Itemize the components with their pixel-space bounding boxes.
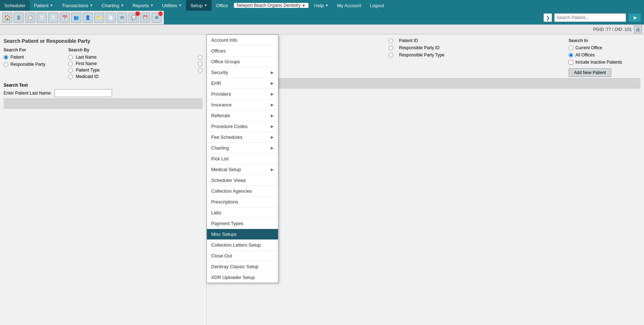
tooth-icon[interactable]: 🦷	[37, 13, 47, 23]
tooth2-icon[interactable]: 🦷	[48, 13, 58, 23]
nav-transactions-arrow: ▼	[90, 4, 93, 7]
search-text-label: Search Text	[4, 83, 203, 88]
medicaid-id-label: Medicaid ID	[76, 74, 195, 79]
people-icon[interactable]: 👥	[71, 13, 81, 23]
menu-ehr[interactable]: EHR ▶	[207, 78, 278, 89]
nav-utilities-arrow: ▼	[179, 4, 182, 7]
pgid-text: PGID :77 / OID :101	[593, 27, 632, 32]
all-offices-label: All Offices	[575, 52, 595, 58]
menu-office-groups[interactable]: Office Groups	[207, 56, 278, 67]
menu-offices[interactable]: Offices	[207, 46, 278, 56]
menu-security[interactable]: Security ▶	[207, 67, 278, 78]
patient-last-name-input[interactable]	[55, 89, 112, 97]
nav-my-account[interactable]: My Account	[333, 0, 365, 11]
folder-icon[interactable]: 📁	[94, 13, 104, 23]
menu-fee-schedules[interactable]: Fee Schedules ▶	[207, 132, 278, 143]
radio-work-phone[interactable]	[198, 68, 203, 73]
radio-responsible-party-label: Responsible Party	[10, 62, 45, 67]
calendar-icon[interactable]: 📅	[60, 13, 70, 23]
menu-account-info[interactable]: Account Info	[207, 35, 278, 46]
menu-medical-setup[interactable]: Medical Setup ▶	[207, 164, 278, 175]
radio-first-name[interactable]	[68, 61, 73, 66]
radio-patient-id[interactable]	[389, 38, 393, 43]
nav-patient[interactable]: Patient ▼	[30, 0, 57, 11]
radio-current-office[interactable]: Current Office	[569, 45, 640, 50]
procedure-codes-submenu-arrow: ▶	[271, 124, 274, 128]
nav-transactions[interactable]: Transactions ▼	[57, 0, 97, 11]
nav-scheduler[interactable]: Scheduler	[0, 0, 30, 11]
radio-patient[interactable]: Patient	[4, 55, 61, 60]
nav-patient-arrow: ▼	[50, 4, 53, 7]
nav-help[interactable]: Help ▼	[310, 0, 333, 11]
nav-office[interactable]: Office	[212, 0, 232, 11]
radio-patient-type[interactable]	[68, 68, 73, 73]
nav-reports[interactable]: Reports ▼	[128, 0, 158, 11]
pgid-bar: PGID :77 / OID :101 🖨	[0, 25, 644, 35]
radio-current-office-input[interactable]	[569, 46, 573, 50]
nav-office-selector[interactable]: Newport Beach Organic Dentistry ▼	[232, 0, 310, 11]
radio-last-name[interactable]	[68, 55, 73, 60]
document-icon[interactable]: 📄	[106, 13, 116, 23]
menu-insurance[interactable]: Insurance ▶	[207, 100, 278, 110]
menu-dentiray-classic-setup[interactable]: Dentiray Classic Setup	[207, 261, 278, 272]
menu-close-out[interactable]: Close Out	[207, 251, 278, 261]
search-text-row: Enter Patient Last Name:	[4, 89, 203, 97]
menu-referrals[interactable]: Referrals ▶	[207, 110, 278, 121]
responsible-party-id-label: Responsible Party ID	[399, 45, 561, 50]
search-for-column: Search For Patient Responsible Party	[4, 47, 61, 79]
menu-charting[interactable]: Charting ▶	[207, 143, 278, 154]
ledger-icon[interactable]: 📋	[25, 13, 35, 23]
include-inactive-row[interactable]: Include Inactive Patients	[569, 60, 640, 65]
radio-cell-phone[interactable]	[198, 61, 203, 66]
menu-providers[interactable]: Providers ▶	[207, 89, 278, 100]
menu-collection-agencies[interactable]: Collection Agencies	[207, 186, 278, 197]
add-new-patient-button[interactable]: Add New Patient	[569, 68, 611, 77]
menu-collection-letters-setup[interactable]: Collection Letters Setup	[207, 240, 278, 251]
nav-utilities[interactable]: Utilities ▼	[158, 0, 186, 11]
home-icon[interactable]: 🏠	[2, 13, 12, 23]
top-navigation: Scheduler Patient ▼ Transactions ▼ Chart…	[0, 0, 644, 11]
chat-badge: 4	[135, 12, 140, 16]
nav-charting[interactable]: Charting ▼	[97, 0, 128, 11]
menu-pick-list[interactable]: Pick List	[207, 154, 278, 164]
charting-submenu-arrow: ▶	[271, 146, 274, 150]
radio-responsible-party-id[interactable]	[389, 46, 393, 50]
main-content: Search Patient or Responsible Party Sear…	[0, 35, 644, 325]
radio-medicaid-id[interactable]	[68, 74, 73, 79]
radio-all-offices[interactable]: All Offices	[569, 52, 640, 58]
nav-setup[interactable]: Setup ▼	[186, 0, 212, 11]
mail-icon[interactable]: ✉	[117, 13, 127, 23]
patient-chevron-button[interactable]: ❯	[543, 13, 552, 22]
print-icon[interactable]: 🖨	[634, 26, 642, 33]
radio-patient-label: Patient	[10, 55, 24, 60]
radio-responsible-party-input[interactable]	[4, 62, 8, 67]
medical-setup-submenu-arrow: ▶	[271, 168, 274, 171]
search-patient-go-button[interactable]: ➤	[628, 13, 641, 22]
menu-payment-types[interactable]: Payment Types	[207, 218, 278, 229]
clock-icon[interactable]: ⏰	[140, 13, 150, 23]
radio-responsible-party-type[interactable]	[389, 53, 393, 58]
enter-patient-last-name-label: Enter Patient Last Name:	[4, 91, 52, 96]
nav-logout[interactable]: Logout	[366, 0, 389, 11]
radio-patient-input[interactable]	[4, 55, 8, 60]
group-icon[interactable]: 👤	[83, 13, 93, 23]
menu-scheduler-views[interactable]: Scheduler Views	[207, 175, 278, 186]
security-submenu-arrow: ▶	[271, 70, 274, 74]
include-inactive-checkbox[interactable]	[569, 60, 573, 65]
nav-help-arrow: ▼	[325, 4, 329, 7]
menu-procedure-codes[interactable]: Procedure Codes ▶	[207, 121, 278, 132]
menu-prescriptions[interactable]: Prescriptions	[207, 197, 278, 207]
menu-labs[interactable]: Labs	[207, 207, 278, 218]
fee-schedules-submenu-arrow: ▶	[271, 135, 274, 139]
settings-icon[interactable]: ⚙ 14	[152, 13, 162, 23]
chat-icon[interactable]: 💬 4	[129, 13, 139, 23]
menu-xdr-uploader-setup[interactable]: XDR Uploader Setup	[207, 272, 278, 283]
nav-reports-arrow: ▼	[150, 4, 153, 7]
search-patient-input[interactable]	[554, 13, 626, 22]
radio-responsible-party[interactable]: Responsible Party	[4, 62, 61, 67]
dollar-icon[interactable]: $	[14, 13, 24, 23]
radio-home-phone[interactable]	[198, 55, 203, 60]
menu-misc-setups[interactable]: Misc Setups	[207, 229, 278, 240]
nav-setup-arrow: ▼	[204, 4, 207, 7]
radio-all-offices-input[interactable]	[569, 53, 573, 58]
